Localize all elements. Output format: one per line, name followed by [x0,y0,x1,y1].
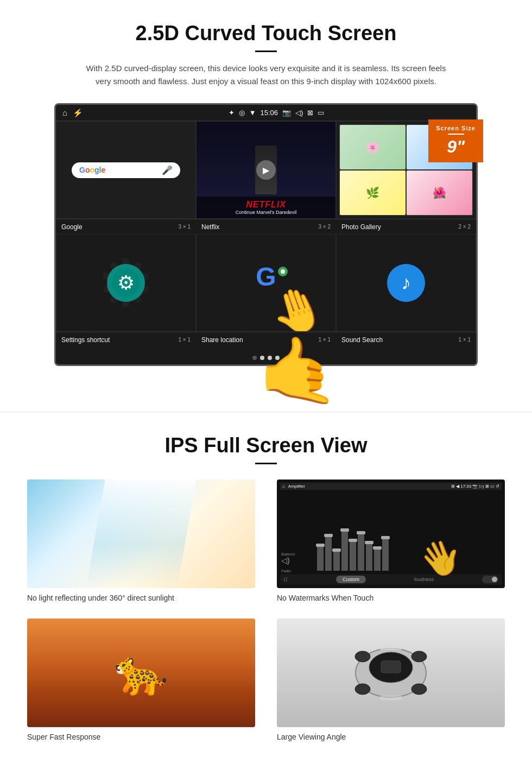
amp-content: Balance ◁) Fader [280,492,502,574]
feature-watermarks: ⌂ Amplifier ⊞ ◀ 17:33 📷 ▷) ⊠ ▭ ↺ Balance… [277,480,505,602]
amp-footer: ⟨⟨ Custom loudness [280,574,502,585]
share-label: Share location 1 × 1 [196,332,336,347]
google-app-cell[interactable]: Google 🎤 [56,121,196,219]
svg-point-5 [355,684,370,695]
feature-sunlight: No light reflecting under 360° direct su… [27,480,255,602]
sunlight-label: No light reflecting under 360° direct su… [27,594,255,602]
status-time: 15:06 [261,109,278,117]
dot-3 [268,356,272,360]
sound-cell-wrapper: ♪ Sound Search 1 × 1 [336,234,476,347]
car-label: Large Viewing Angle [277,733,505,741]
device-mockup: Screen Size 9" ⌂ ⚡ ✦ ◎ ▼ 15:06 📷 ◁) ⊠ [54,103,478,366]
amplifier-scene: ⌂ Amplifier ⊞ ◀ 17:33 📷 ▷) ⊠ ▭ ↺ Balance… [277,480,505,588]
bar-1 [317,546,324,571]
bar-4 [341,531,348,571]
amp-toggle[interactable] [482,576,498,583]
bar-8 [374,548,381,571]
amp-label-fader: Fader [281,569,314,573]
cheetah-emoji: 🐆 [114,647,168,698]
feature-car: Large Viewing Angle [277,619,505,741]
cheetah-scene: 🐆 [27,619,255,727]
dot-4 [275,356,280,360]
amp-custom-btn: Custom [336,576,366,583]
status-bar: ⌂ ⚡ ✦ ◎ ▼ 15:06 📷 ◁) ⊠ ▭ [56,105,476,121]
car-scene [277,619,505,727]
app-grid-row1: Google 🎤 Google 3 × 1 [56,121,476,234]
section2-title: IPS Full Screen View [27,434,505,457]
settings-app-cell[interactable]: ⚙ ⚙ [56,234,196,332]
section-curved-screen: 2.5D Curved Touch Screen With 2.5D curve… [0,0,532,379]
home-icon: ⌂ [62,108,67,117]
sunlight-bg [27,480,255,588]
feature-cheetah: 🐆 Super Fast Response [27,619,255,741]
netflix-app-cell[interactable]: ▶ NETFLIX Continue Marvel's Daredevil [196,121,336,219]
sound-app-cell[interactable]: ♪ [336,234,476,332]
amp-back: ⟨⟨ [283,577,288,582]
features-grid: No light reflecting under 360° direct su… [27,480,505,741]
light-beam [86,480,196,588]
amp-title: Amplifier [288,484,305,489]
section1-description: With 2.5D curved-display screen, this de… [81,62,451,88]
amp-freq-labels: Balance ◁) Fader [281,552,314,573]
netflix-cell-wrapper: ▶ NETFLIX Continue Marvel's Daredevil Ne… [196,121,336,234]
settings-bg-icon: ⚙ [97,245,155,321]
sound-icon: ♪ [387,264,425,302]
badge-divider [448,134,464,135]
google-label: Google 3 × 1 [56,219,196,234]
app-grid-row2: ⚙ ⚙ Settings shortcut 1 × 1 G [56,234,476,347]
cheetah-image: 🐆 [27,619,255,727]
minimize-icon: ▭ [318,109,324,117]
google-logo: Google [79,166,105,174]
share-content: G 🤚 [197,235,335,331]
gps-icon: ◎ [239,109,245,117]
g-dot [278,267,288,276]
google-cell-wrapper: Google 🎤 Google 3 × 1 [56,121,196,234]
signal-icon: ▼ [249,109,256,117]
screen-size-badge: Screen Size 9" [428,119,483,162]
photo-3: 🌿 [340,171,406,215]
amp-home: ⌂ [282,484,285,489]
cheetah-label: Super Fast Response [27,733,255,741]
photo-1: 🌸 [340,125,406,169]
section2-divider [255,463,277,464]
close-icon: ⊠ [307,109,313,117]
bar-3 [333,551,340,571]
bar-5 [350,541,356,571]
sunlight-image [27,480,255,588]
amp-icons: ⊞ ◀ 17:33 📷 ▷) ⊠ ▭ ↺ [451,484,499,489]
camera-icon: 📷 [282,109,291,117]
amp-bars [315,519,501,573]
share-cell-wrapper: G 🤚 Share location 1 × 1 [196,234,336,347]
badge-size: 9" [436,137,476,157]
amp-labels: Balance ◁) Fader [281,552,314,573]
photo-label: Photo Gallery 2 × 2 [336,219,476,234]
car-image [277,619,505,727]
photo-4: 🌺 [407,171,472,215]
amp-label-balance: Balance [281,552,314,556]
netflix-logo: NETFLIX [201,200,331,210]
mic-icon: 🎤 [162,165,173,175]
share-app-cell[interactable]: G 🤚 [196,234,336,332]
status-left-icons: ⌂ ⚡ [62,108,83,118]
watermarks-label: No Watermarks When Touch [277,594,505,602]
netflix-subtitle: Continue Marvel's Daredevil [201,210,331,215]
title-divider [255,51,277,52]
device-screen: ⌂ ⚡ ✦ ◎ ▼ 15:06 📷 ◁) ⊠ ▭ [54,103,478,366]
bar-6 [358,533,364,571]
svg-rect-8 [380,696,402,700]
pagination-dots [56,351,476,364]
bar-7 [366,543,372,571]
settings-cell-wrapper: ⚙ ⚙ Settings shortcut 1 × 1 [56,234,196,347]
section1-title: 2.5D Curved Touch Screen [33,22,499,45]
bluetooth-icon: ✦ [229,109,235,117]
svg-point-4 [411,651,427,662]
google-search-bar[interactable]: Google 🎤 [72,162,180,178]
svg-rect-2 [381,661,401,673]
car-svg [337,629,445,716]
usb-icon: ⚡ [73,108,83,118]
play-button[interactable]: ▶ [256,160,276,180]
sound-label: Sound Search 1 × 1 [336,332,476,347]
sunlight-scene [27,480,255,588]
bar-2 [325,536,332,571]
bar-9 [382,538,389,571]
